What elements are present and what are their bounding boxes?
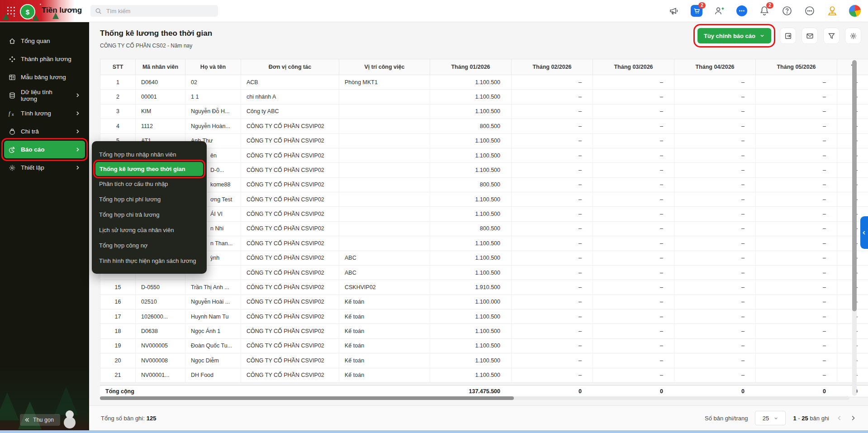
home-icon [9, 38, 16, 45]
submenu-item[interactable]: Thống kê lương theo thời gian [95, 162, 203, 176]
submenu-item[interactable]: Tình hình thực hiện ngân sách lương [92, 253, 207, 268]
submenu-item[interactable]: Tổng hợp chi phí lương [92, 191, 207, 207]
add-user-icon[interactable] [713, 5, 725, 17]
chevron-down-icon [759, 33, 765, 38]
more-icon[interactable] [804, 5, 816, 17]
rewards-icon[interactable] [826, 5, 838, 17]
submenu-item[interactable]: Tổng hợp thu nhập nhân viên [92, 147, 207, 162]
table-row: CÔNG TY CỔ PHẦN CSVIP02ABC1.100.500––––– [100, 266, 868, 280]
table-cell [339, 222, 430, 236]
bell-icon[interactable]: 2 [759, 5, 770, 17]
table-row: 18D0638Ngọc Ánh 1CÔNG TY CỔ PHẦN CSVIP02… [100, 324, 868, 338]
table-cell: – [674, 324, 756, 338]
submenu-item-label: Tình hình thực hiện ngân sách lương [99, 257, 196, 264]
table-cell: CÔNG TY CỔ PHẦN CSVIP02 [241, 119, 339, 133]
vertical-scrollbar[interactable] [852, 60, 857, 396]
table-cell: NV000005 [136, 339, 185, 353]
table-settings-button[interactable] [845, 28, 861, 43]
table-cell: – [674, 266, 756, 280]
table-cell: 1.100.500 [430, 207, 512, 221]
sidebar-item-thiet-lap[interactable]: Thiết lập [4, 159, 85, 176]
database-icon [9, 92, 16, 99]
table-cell: Ngọc Ánh 1 [185, 324, 241, 338]
table-cell: – [756, 353, 837, 367]
sidebar-item-tong-quan[interactable]: Tổng quan [4, 32, 85, 50]
table-cell: Kế toán [339, 368, 430, 382]
sidebar-item-mau-bang-luong[interactable]: Mẫu bảng lương [4, 68, 85, 86]
collapse-sidebar-button[interactable]: Thu gọn [20, 414, 60, 426]
table-row: 7D-0...CÔNG TY CỔ PHẦN CSVIP021.100.500–… [100, 163, 868, 177]
export-button[interactable] [780, 28, 796, 43]
sidebar: Tổng quanThành phần lươngMẫu bảng lươngD… [0, 22, 89, 433]
table-cell: CÔNG TY CỔ PHẦN CSVIP02 [241, 236, 339, 250]
record-range: 1 - 25 bản ghi [793, 415, 829, 422]
megaphone-icon[interactable] [668, 5, 680, 17]
customize-report-button[interactable]: Tùy chỉnh báo cáo [697, 28, 771, 43]
table-row: 19NV000005Đoàn Quốc Tu...CÔNG TY CỔ PHẦN… [100, 339, 868, 353]
table-cell: – [593, 324, 674, 338]
table-cell: – [756, 324, 837, 338]
table-cell: – [593, 266, 674, 280]
search-bar[interactable] [90, 5, 218, 17]
sidebar-item-du-lieu-tinh-luong[interactable]: Dữ liệu tính lương [4, 86, 85, 104]
filter-icon [828, 32, 835, 40]
panel-toggle-tab[interactable] [860, 216, 868, 249]
table-cell: – [756, 192, 837, 206]
report-header: Thống kê lương theo thời gian CÔNG TY CỔ… [89, 22, 868, 59]
table-cell: – [512, 266, 593, 280]
table-cell: – [593, 207, 674, 221]
table-cell: – [593, 309, 674, 324]
settings-icon [9, 164, 16, 171]
notification-badge: 2 [698, 2, 706, 9]
mail-icon [806, 32, 814, 40]
messenger-icon[interactable] [736, 5, 748, 17]
table-cell: – [674, 368, 756, 382]
table-cell: Huynh Nam Tu [185, 309, 241, 324]
table-row: 21NV00001...DH FoodCÔNG TY CỔ PHẦN CSVIP… [100, 368, 868, 383]
help-icon[interactable] [781, 5, 793, 17]
sidebar-item-tinh-luong[interactable]: fxTính lương [4, 105, 85, 122]
table-cell: CÔNG TY CỔ PHẦN CSVIP02 [241, 222, 339, 236]
column-header: Tháng 03/2026 [593, 59, 674, 75]
table-cell: – [674, 134, 756, 148]
horizontal-scrollbar-thumb[interactable] [100, 396, 514, 400]
previous-page-button[interactable] [836, 415, 843, 421]
sidebar-item-thanh-phan-luong[interactable]: Thành phần lương [4, 50, 85, 68]
snowman-decoration [64, 417, 76, 428]
avatar[interactable] [849, 5, 861, 17]
table-cell [339, 163, 430, 177]
filter-button[interactable] [824, 28, 839, 43]
table-cell: 20 [100, 353, 136, 367]
submenu-item[interactable]: Lịch sử lương của nhân viên [92, 222, 207, 238]
send-mail-button[interactable] [802, 28, 817, 43]
horizontal-scrollbar[interactable] [100, 396, 849, 400]
table-cell: – [674, 163, 756, 177]
sidebar-item-chi-tra[interactable]: Chi trả [4, 123, 85, 140]
submenu-item[interactable]: Tổng hợp công nợ [92, 238, 207, 253]
table-cell: CÔNG TY CỔ PHẦN CSVIP02 [241, 192, 339, 206]
sidebar-item-bao-cao[interactable]: Báo cáo [4, 141, 85, 158]
app-grid-icon[interactable] [7, 7, 15, 15]
table-cell: 18 [100, 324, 136, 338]
search-input[interactable] [105, 7, 213, 15]
table-cell: 1.100.500 [430, 163, 512, 177]
column-header: STT [100, 59, 136, 75]
table-cell: – [512, 280, 593, 294]
next-page-button[interactable] [850, 415, 856, 421]
table-cell: CÔNG TY CỔ PHẦN CSVIP02 [241, 207, 339, 221]
table-cell: – [512, 251, 593, 265]
cart-icon[interactable]: 2 [691, 5, 702, 17]
table-cell: – [593, 222, 674, 236]
table-cell: – [756, 280, 837, 294]
submenu-item[interactable]: Tổng hợp chi trả lương [92, 207, 207, 222]
range-suffix: bản ghi [810, 415, 829, 422]
table-cell: – [756, 163, 837, 177]
vertical-scrollbar-thumb[interactable] [852, 60, 857, 311]
table-cell: 1.100.500 [430, 148, 512, 162]
notification-badge: 2 [766, 2, 773, 9]
table-cell: – [756, 105, 837, 119]
table-cell: CÔNG TY CỔ PHẦN CSVIP02 [241, 266, 339, 280]
table-header-row: STTMã nhân viênHọ và tênĐơn vị công tácV… [100, 59, 868, 75]
submenu-item[interactable]: Phân tích cơ cấu thu nhập [92, 176, 207, 191]
per-page-select[interactable]: 25 [755, 411, 786, 425]
